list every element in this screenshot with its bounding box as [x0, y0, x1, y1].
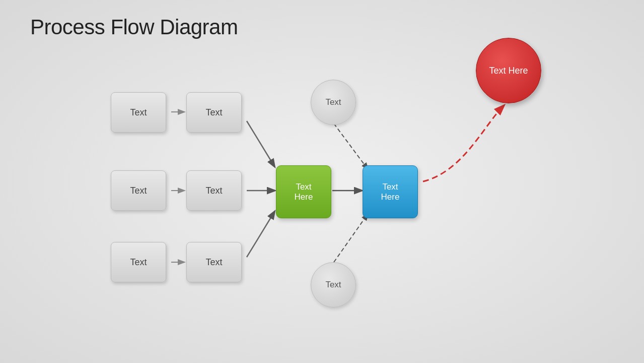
- row2-box-right: Text: [186, 170, 242, 211]
- top-circle: Text: [311, 80, 356, 125]
- svg-line-3: [247, 121, 274, 166]
- blue-center-box: Text Here: [363, 165, 418, 218]
- svg-line-5: [247, 212, 274, 257]
- svg-line-8: [334, 214, 368, 262]
- svg-line-7: [334, 124, 368, 169]
- row2-box-left: Text: [111, 170, 166, 211]
- page-title: Process Flow Diagram: [30, 15, 238, 39]
- row3-box-right: Text: [186, 242, 242, 282]
- row1-box-left: Text: [111, 92, 166, 133]
- row3-box-left: Text: [111, 242, 166, 282]
- row1-box-right: Text: [186, 92, 242, 133]
- red-circle: Text Here: [476, 38, 541, 103]
- green-center-box: Text Here: [276, 165, 331, 218]
- bottom-circle: Text: [311, 262, 356, 308]
